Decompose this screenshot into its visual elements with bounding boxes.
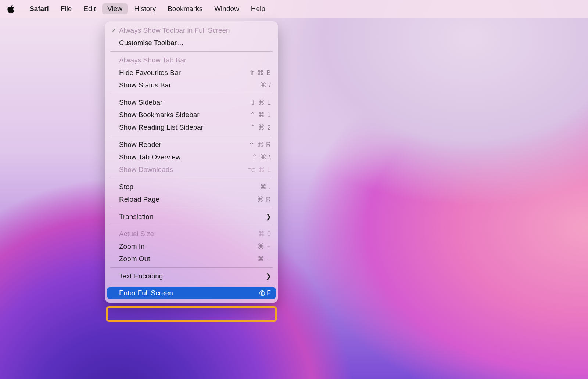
menu-separator	[110, 136, 273, 136]
menu-item-shortcut: ⇧ ⌘ \	[252, 153, 271, 161]
menu-item-label: Actual Size	[118, 230, 258, 238]
menu-item-label: Enter Full Screen	[118, 289, 259, 297]
annotation-highlight	[106, 306, 277, 322]
menu-item-label: Always Show Toolbar in Full Screen	[118, 26, 271, 35]
menu-item-shortcut: ⇧ ⌘ B	[249, 69, 271, 77]
menu-item-shortcut: ⌘ /	[260, 81, 271, 89]
menu-item-label: Always Show Tab Bar	[118, 56, 271, 64]
menubar-view[interactable]: View	[102, 3, 128, 14]
menu-item-label: Show Bookmarks Sidebar	[118, 111, 250, 119]
view-menu-dropdown: ✓Always Show Toolbar in Full ScreenCusto…	[105, 21, 278, 303]
menu-item-label: Show Reader	[118, 141, 249, 149]
menu-separator	[110, 94, 273, 94]
desktop-wallpaper: Safari File Edit View History Bookmarks …	[0, 0, 588, 379]
menubar-window[interactable]: Window	[209, 3, 244, 14]
menu-item-shortcut: ⌘ +	[258, 242, 271, 250]
menu-item-label: Text Encoding	[118, 272, 266, 280]
menu-item-hide-favourites-bar[interactable]: Hide Favourites Bar⇧ ⌘ B	[105, 66, 278, 79]
menubar-bookmarks[interactable]: Bookmarks	[162, 3, 208, 14]
menu-item-shortcut: ⌘ 0	[258, 230, 271, 238]
menu-item-shortcut: ⌃ ⌘ 1	[250, 111, 271, 119]
menu-item-label: Translation	[118, 213, 266, 221]
menu-item-show-reading-list-sidebar[interactable]: Show Reading List Sidebar⌃ ⌘ 2	[105, 121, 278, 134]
menu-separator	[110, 208, 273, 208]
globe-icon	[259, 290, 265, 296]
menu-item-label: Stop	[118, 183, 260, 191]
menu-item-label: Hide Favourites Bar	[118, 69, 249, 77]
menu-item-show-sidebar[interactable]: Show Sidebar⇧ ⌘ L	[105, 96, 278, 109]
menu-item-always-show-toolbar-in-full-screen: ✓Always Show Toolbar in Full Screen	[105, 24, 278, 37]
menu-item-label: Show Status Bar	[118, 81, 260, 89]
menu-item-customise-toolbar[interactable]: Customise Toolbar…	[105, 37, 278, 49]
menubar-file[interactable]: File	[55, 3, 77, 14]
menu-item-label: Show Tab Overview	[118, 153, 252, 161]
menu-item-label: Show Sidebar	[118, 98, 250, 107]
menu-separator	[110, 178, 273, 178]
chevron-right-icon: ❯	[266, 272, 271, 280]
menu-item-shortcut: ⌘ R	[257, 195, 271, 203]
menu-item-shortcut: ⇧ ⌘ R	[249, 141, 271, 149]
menubar-help[interactable]: Help	[246, 3, 270, 14]
menu-item-text-encoding[interactable]: Text Encoding❯	[105, 270, 278, 282]
menu-separator	[110, 225, 273, 225]
checkmark-icon: ✓	[110, 26, 118, 35]
menu-item-show-bookmarks-sidebar[interactable]: Show Bookmarks Sidebar⌃ ⌘ 1	[105, 109, 278, 121]
menubar-app-safari[interactable]: Safari	[24, 3, 54, 14]
menu-item-reload-page[interactable]: Reload Page⌘ R	[105, 193, 278, 206]
menu-item-shortcut: ⌥ ⌘ L	[248, 166, 271, 174]
menubar: Safari File Edit View History Bookmarks …	[0, 0, 588, 18]
apple-menu-icon[interactable]	[7, 4, 16, 14]
menubar-edit[interactable]: Edit	[78, 3, 101, 14]
menu-item-shortcut: ⇧ ⌘ L	[250, 98, 271, 107]
menu-item-stop[interactable]: Stop⌘ .	[105, 181, 278, 193]
menu-item-shortcut: ⌘ .	[260, 183, 271, 191]
menu-item-label: Show Reading List Sidebar	[118, 123, 250, 131]
menu-item-shortcut: ⌃ ⌘ 2	[250, 123, 271, 131]
chevron-right-icon: ❯	[266, 213, 271, 221]
menubar-history[interactable]: History	[129, 3, 161, 14]
menu-item-translation[interactable]: Translation❯	[105, 210, 278, 223]
menu-item-zoom-in[interactable]: Zoom In⌘ +	[105, 240, 278, 253]
menu-item-label: Show Downloads	[118, 166, 248, 174]
menu-separator	[110, 51, 273, 52]
menu-item-show-reader[interactable]: Show Reader⇧ ⌘ R	[105, 138, 278, 151]
menu-item-label: Customise Toolbar…	[118, 39, 271, 47]
menu-item-label: Zoom In	[118, 242, 258, 250]
menu-item-always-show-tab-bar: Always Show Tab Bar	[105, 54, 278, 66]
menu-item-show-downloads: Show Downloads⌥ ⌘ L	[105, 163, 278, 176]
menu-item-label: Reload Page	[118, 195, 257, 203]
menu-item-show-status-bar[interactable]: Show Status Bar⌘ /	[105, 79, 278, 91]
menu-item-zoom-out[interactable]: Zoom Out⌘ −	[105, 253, 278, 265]
menu-separator	[110, 267, 273, 268]
menu-item-label: Zoom Out	[118, 255, 258, 263]
menu-separator	[110, 285, 273, 285]
menu-item-shortcut: ⌘ −	[258, 255, 271, 263]
menu-item-enter-full-screen[interactable]: Enter Full ScreenF	[107, 287, 276, 299]
menu-item-show-tab-overview[interactable]: Show Tab Overview⇧ ⌘ \	[105, 151, 278, 163]
menu-item-shortcut: F	[259, 289, 271, 297]
menu-item-actual-size: Actual Size⌘ 0	[105, 228, 278, 240]
